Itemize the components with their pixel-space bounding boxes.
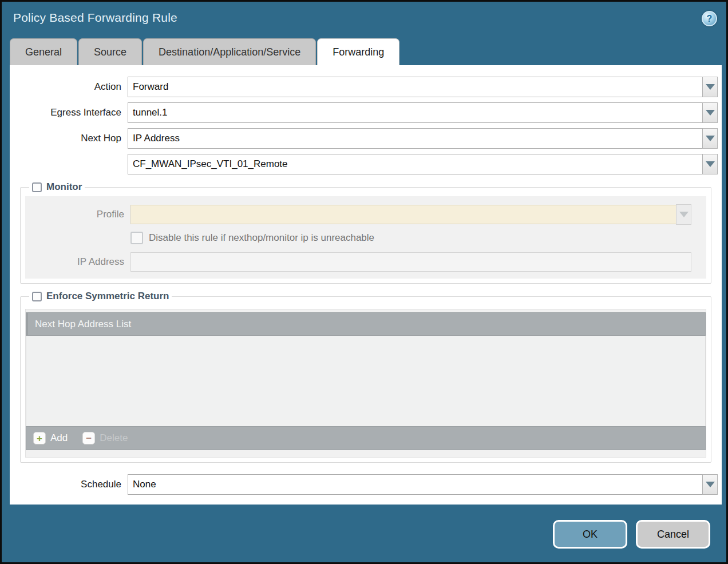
dialog-policy-based-forwarding-rule: Policy Based Forwarding Rule ? General S…	[0, 0, 728, 564]
schedule-label: Schedule	[10, 479, 128, 490]
chevron-down-icon	[706, 84, 715, 90]
monitor-ip-address-label: IP Address	[25, 256, 130, 268]
egress-interface-label: Egress Interface	[10, 107, 128, 118]
profile-row: Profile	[25, 204, 691, 225]
monitor-ip-address-row: IP Address	[25, 252, 691, 272]
egress-interface-select[interactable]: tunnel.1	[128, 102, 718, 123]
help-icon[interactable]: ?	[702, 11, 717, 26]
ok-button[interactable]: OK	[553, 520, 627, 549]
monitor-legend: Monitor	[29, 181, 85, 193]
next-hop-address-dropdown-button[interactable]	[702, 154, 718, 174]
delete-button: − Delete	[82, 432, 128, 444]
next-hop-type-select[interactable]: IP Address	[128, 128, 718, 149]
monitor-legend-label: Monitor	[46, 181, 82, 193]
next-hop-address-select[interactable]: CF_MWAN_IPsec_VTI_01_Remote	[128, 154, 718, 174]
next-hop-address-row: CF_MWAN_IPsec_VTI_01_Remote	[10, 154, 718, 174]
chevron-down-icon	[706, 136, 715, 141]
enforce-symmetric-return-legend-label: Enforce Symmetric Return	[46, 291, 169, 302]
egress-interface-value[interactable]: tunnel.1	[128, 102, 703, 123]
profile-select	[130, 205, 676, 224]
add-button-label: Add	[50, 432, 68, 444]
next-hop-type-dropdown-button[interactable]	[702, 128, 718, 149]
chevron-down-icon	[679, 212, 689, 217]
monitor-ip-address-input	[130, 252, 691, 272]
dialog-title: Policy Based Forwarding Rule	[13, 11, 177, 25]
action-label: Action	[10, 81, 128, 93]
monitor-panel: Profile Disable this rule if nexthop/mon…	[25, 196, 706, 279]
next-hop-type-value[interactable]: IP Address	[128, 128, 703, 149]
action-select[interactable]: Forward	[128, 77, 718, 97]
action-dropdown-button[interactable]	[702, 77, 718, 97]
monitor-fieldset: Monitor Profile Disable this rule if nex…	[20, 181, 711, 284]
next-hop-address-list-body[interactable]	[26, 336, 706, 426]
delete-button-label: Delete	[100, 432, 128, 444]
enforce-symmetric-return-fieldset: Enforce Symmetric Return Next Hop Addres…	[20, 291, 711, 463]
cancel-button[interactable]: Cancel	[636, 520, 710, 549]
chevron-down-icon	[706, 161, 715, 167]
title-bar: Policy Based Forwarding Rule ?	[2, 2, 726, 38]
next-hop-address-value[interactable]: CF_MWAN_IPsec_VTI_01_Remote	[128, 154, 703, 174]
next-hop-address-list-header-label: Next Hop Address List	[35, 319, 131, 330]
egress-interface-row: Egress Interface tunnel.1	[10, 102, 718, 123]
profile-dropdown-button	[676, 204, 691, 225]
plus-icon: +	[33, 432, 46, 444]
schedule-dropdown-button[interactable]	[702, 474, 718, 495]
tab-bar: General Source Destination/Application/S…	[2, 38, 726, 65]
chevron-down-icon	[706, 110, 715, 116]
action-value[interactable]: Forward	[128, 77, 703, 97]
disable-rule-label: Disable this rule if nexthop/monitor ip …	[149, 232, 374, 244]
enforce-symmetric-return-legend: Enforce Symmetric Return	[29, 291, 172, 302]
add-button[interactable]: + Add	[33, 432, 68, 444]
tab-forwarding[interactable]: Forwarding	[317, 38, 399, 65]
schedule-row: Schedule None	[10, 474, 718, 495]
profile-label: Profile	[25, 209, 130, 220]
tab-general[interactable]: General	[10, 38, 77, 65]
enforce-symmetric-return-checkbox[interactable]	[32, 292, 42, 301]
next-hop-address-list-toolbar: + Add − Delete	[26, 426, 706, 450]
next-hop-row: Next Hop IP Address	[10, 128, 718, 149]
tab-destination-application-service[interactable]: Destination/Application/Service	[143, 38, 316, 65]
next-hop-label: Next Hop	[10, 133, 128, 144]
minus-icon: −	[82, 432, 95, 444]
disable-rule-checkbox	[130, 232, 143, 244]
monitor-checkbox[interactable]	[32, 182, 42, 192]
dialog-footer: OK Cancel	[553, 520, 710, 549]
next-hop-address-list-panel: Next Hop Address List + Add − Delete	[25, 309, 706, 458]
schedule-select[interactable]: None	[128, 474, 718, 495]
forwarding-tab-content: Action Forward Egress Interface tunnel.1…	[10, 65, 722, 505]
schedule-value[interactable]: None	[128, 474, 703, 495]
action-row: Action Forward	[10, 77, 718, 97]
egress-interface-dropdown-button[interactable]	[702, 102, 718, 123]
disable-rule-row: Disable this rule if nexthop/monitor ip …	[130, 232, 706, 244]
tab-source[interactable]: Source	[78, 38, 142, 65]
next-hop-address-list-header: Next Hop Address List	[26, 312, 706, 336]
chevron-down-icon	[706, 482, 715, 487]
